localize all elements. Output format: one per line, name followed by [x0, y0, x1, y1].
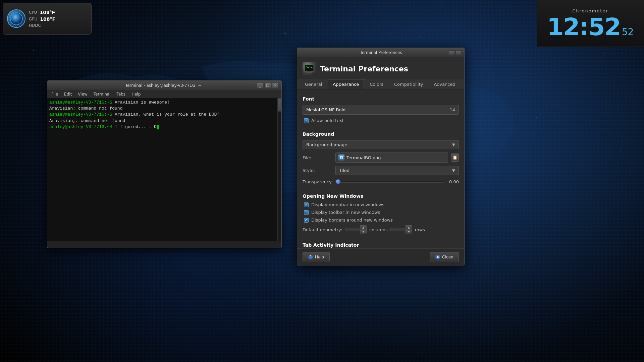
prefs-minimize-btn[interactable]: [449, 50, 455, 55]
terminal-line-3: ashley@ashley-V3-771G:~$ Aravisian, what…: [49, 112, 279, 118]
rows-label: rows: [415, 227, 425, 232]
svg-point-15: [587, 100, 587, 101]
divider-2: [303, 189, 459, 189]
rows-spinbox-btns[interactable]: ▲ ▼: [406, 225, 412, 234]
toolbar-checkbox[interactable]: [304, 210, 309, 215]
prefs-header-title: Terminal Preferences: [320, 65, 408, 73]
prefs-body: Font MesloLGS NF Bold 14 ✓ Allow bold te…: [297, 89, 464, 248]
terminal-window: Terminal - ashley@ashley-V3-771G: ~ _ □ …: [47, 80, 282, 248]
font-name: MesloLGS NF Bold: [306, 107, 345, 112]
terminal-menu-help[interactable]: Help: [129, 91, 143, 97]
background-type-arrow: ▼: [452, 142, 455, 147]
terminal-menu-tabs[interactable]: Tabs: [114, 91, 128, 97]
menubar-checkbox[interactable]: ✓: [304, 202, 309, 207]
close-icon: ■: [435, 255, 440, 259]
file-browse-btn[interactable]: 📋: [451, 154, 459, 162]
prefs-titlebar: Terminal Preferences: [297, 48, 464, 57]
tab-activity-section-title: Tab Activity Indicator: [303, 242, 459, 248]
terminal-maximize-btn[interactable]: □: [264, 83, 271, 88]
style-dropdown[interactable]: Tiled ▼: [335, 166, 459, 175]
background-type-value: Background image: [306, 142, 347, 147]
file-name: TerminalBG.png: [346, 155, 445, 160]
style-row: Style: Tiled ▼: [303, 166, 459, 175]
font-display[interactable]: MesloLGS NF Bold 14: [303, 105, 459, 115]
terminal-scrollbar-thumb[interactable]: [278, 98, 281, 112]
tab-compatibility[interactable]: Compatibility: [389, 79, 428, 89]
svg-point-14: [536, 117, 537, 118]
sysmon-widget: CPU 108°F GPU 108°F HDDC: [3, 3, 92, 35]
sysmon-info: CPU 108°F GPU 108°F HDDC: [29, 10, 55, 28]
terminal-window-buttons[interactable]: _ □ ×: [257, 83, 279, 88]
file-display: 🖼 TerminalBG.png: [335, 153, 448, 163]
terminal-menu-terminal[interactable]: Terminal: [91, 91, 113, 97]
terminal-scrollbar[interactable]: [277, 98, 281, 241]
borders-checkbox[interactable]: ✓: [304, 218, 309, 223]
terminal-bottom-bar: [47, 241, 281, 248]
terminal-close-btn[interactable]: ×: [272, 83, 279, 88]
columns-up-btn[interactable]: ▲: [360, 226, 366, 230]
terminal-line-4: Aravisian,: command not found: [49, 118, 279, 124]
checkbox2-row: Display toolbar in new windows: [303, 210, 459, 215]
transparency-slider-thumb[interactable]: [336, 179, 340, 184]
cpu-label: CPU: [29, 10, 37, 15]
style-value: Tiled: [339, 168, 350, 173]
svg-point-1: [84, 43, 84, 44]
terminal-titlebar: Terminal - ashley@ashley-V3-771G: ~ _ □ …: [47, 81, 281, 90]
style-label: Style:: [303, 168, 333, 173]
rows-down-btn[interactable]: ▼: [406, 230, 412, 234]
terminal-menu-edit[interactable]: Edit: [61, 91, 74, 97]
allow-bold-checkbox[interactable]: ✓: [304, 118, 309, 123]
chrono-seconds: 52: [622, 26, 634, 38]
gpu-label: GPU: [29, 17, 37, 21]
prefs-window-title: Terminal Preferences: [313, 50, 449, 55]
columns-value[interactable]: [345, 228, 360, 231]
close-button[interactable]: ■ Close: [430, 252, 459, 262]
chrono-widget: Chronometer 12:52 52: [537, 0, 644, 47]
svg-point-6: [419, 37, 420, 38]
divider-1: [303, 127, 459, 127]
font-row: MesloLGS NF Bold 14: [303, 105, 459, 115]
file-label: File:: [303, 155, 333, 160]
checkbox3-row: ✓ Display borders around new windows: [303, 218, 459, 223]
terminal-line-1: ashley@ashley-V3-771G:~$ Aravisian is aw…: [49, 100, 279, 106]
terminal-line-2: Aravisian: command not found: [49, 106, 279, 112]
background-type-dropdown[interactable]: Background image ▼: [303, 140, 459, 149]
transparency-slider-container[interactable]: [335, 178, 444, 185]
rows-spinbox: ▲ ▼: [390, 225, 412, 234]
prefs-maximize-btn[interactable]: [455, 50, 462, 55]
tab-appearance[interactable]: Appearance: [328, 79, 364, 89]
prefs-icon: [303, 62, 316, 75]
background-type-row: Background image ▼: [303, 140, 459, 149]
tab-general[interactable]: General: [300, 79, 327, 89]
help-button[interactable]: ? Help: [303, 252, 330, 262]
help-icon: ?: [308, 255, 313, 259]
rows-up-btn[interactable]: ▲: [406, 226, 412, 230]
transparency-row: Transparency: 0.00: [303, 178, 459, 185]
new-windows-section-title: Opening New Windows: [303, 193, 459, 199]
svg-point-2: [151, 37, 152, 38]
terminal-minimize-btn[interactable]: _: [257, 83, 263, 88]
terminal-menu-file[interactable]: File: [49, 91, 61, 97]
tab-colors[interactable]: Colors: [365, 79, 388, 89]
sysmon-icon: [7, 9, 25, 28]
checkbox1-row: ✓ Display menubar in new windows: [303, 202, 459, 207]
terminal-content[interactable]: ashley@ashley-V3-771G:~$ Aravisian is aw…: [47, 98, 281, 241]
columns-spinbox: ▲ ▼: [345, 225, 367, 234]
file-row: File: 🖼 TerminalBG.png 📋: [303, 153, 459, 163]
svg-point-9: [603, 53, 604, 54]
columns-down-btn[interactable]: ▼: [360, 230, 366, 234]
rows-value[interactable]: [390, 228, 406, 231]
prefs-window-buttons[interactable]: [449, 50, 462, 55]
borders-label: Display borders around new windows: [311, 218, 393, 223]
close-label: Close: [442, 254, 453, 259]
tab-advanced[interactable]: Advanced: [429, 79, 461, 89]
background-section-title: Background: [303, 131, 459, 137]
transparency-slider-track[interactable]: [335, 181, 444, 183]
svg-rect-24: [307, 72, 312, 73]
svg-point-0: [33, 50, 34, 51]
columns-spinbox-btns[interactable]: ▲ ▼: [360, 225, 367, 234]
terminal-line-5: ashley@ashley-V3-771G:~$ I figured... :-…: [49, 124, 279, 130]
terminal-menu-view[interactable]: View: [75, 91, 90, 97]
font-section-title: Font: [303, 96, 459, 102]
svg-rect-23: [307, 71, 311, 72]
